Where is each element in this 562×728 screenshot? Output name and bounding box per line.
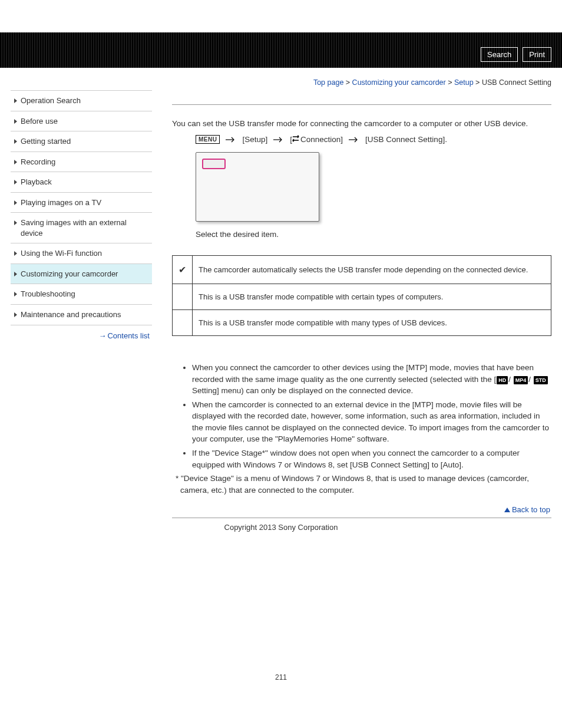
format-badge-std: STD bbox=[534, 376, 548, 384]
section-rule bbox=[172, 104, 551, 105]
main-content: You can set the USB transfer mode for co… bbox=[152, 87, 562, 518]
sidebar-item-operation-search[interactable]: Operation Search bbox=[11, 91, 152, 111]
breadcrumb-current: USB Connect Setting bbox=[482, 78, 551, 87]
option-desc: This is a USB transfer mode compatible w… bbox=[193, 310, 551, 336]
note-item: If the "Device Stage*" window does not o… bbox=[192, 447, 551, 470]
arrow-right-icon: → bbox=[98, 331, 105, 340]
sidebar-item-customizing[interactable]: Customizing your camcorder bbox=[11, 264, 152, 285]
sidebar-item-recording[interactable]: Recording bbox=[11, 152, 152, 173]
options-table: ✔ The camcorder automatically selects th… bbox=[172, 255, 551, 336]
print-button[interactable]: Print bbox=[523, 47, 551, 62]
caret-icon bbox=[14, 251, 17, 256]
caret-icon bbox=[14, 98, 17, 103]
sidebar-item-label: Getting started bbox=[21, 136, 71, 147]
format-badge-hd: HD bbox=[497, 376, 508, 384]
sidebar-item-label: Playing images on a TV bbox=[21, 197, 101, 208]
contents-list-link[interactable]: Contents list bbox=[107, 331, 150, 340]
sidebar-item-label: Playback bbox=[21, 177, 52, 187]
menu-button-icon: MENU bbox=[196, 135, 220, 144]
option-desc: The camcorder automatically selects the … bbox=[193, 256, 551, 284]
camcorder-screenshot bbox=[196, 152, 319, 222]
option-mark bbox=[173, 310, 193, 336]
copyright-text: Copyright 2013 Sony Corporation bbox=[0, 518, 562, 543]
table-row: ✔ The camcorder automatically selects th… bbox=[173, 256, 551, 284]
sidebar-item-label: Customizing your camcorder bbox=[21, 269, 118, 279]
option-mark: ✔ bbox=[173, 256, 193, 284]
sidebar-item-maintenance[interactable]: Maintenance and precautions bbox=[11, 305, 152, 325]
caret-icon bbox=[14, 220, 17, 225]
sidebar-item-saving-external[interactable]: Saving images with an external device bbox=[11, 213, 152, 243]
sidebar-item-getting-started[interactable]: Getting started bbox=[11, 131, 152, 152]
table-row: This is a USB transfer mode compatible w… bbox=[173, 310, 551, 336]
option-mark bbox=[173, 284, 193, 310]
breadcrumb-cat1[interactable]: Customizing your camcorder bbox=[352, 78, 446, 87]
table-row: This is a USB transfer mode compatible w… bbox=[173, 284, 551, 310]
path-setup: [Setup] bbox=[242, 135, 267, 144]
sidebar-item-troubleshooting[interactable]: Troubleshooting bbox=[11, 284, 152, 305]
caret-icon bbox=[14, 200, 17, 205]
back-to-top-link[interactable]: Back to top bbox=[512, 505, 550, 514]
connection-icon bbox=[292, 135, 300, 142]
note-asterisk: * "Device Stage" is a menu of Windows 7 … bbox=[172, 473, 551, 496]
search-button[interactable]: Search bbox=[481, 47, 518, 62]
breadcrumb-cat2[interactable]: Setup bbox=[454, 78, 474, 87]
caret-icon bbox=[14, 272, 17, 276]
notes-section: When you connect the camcorder to other … bbox=[172, 362, 551, 496]
arrow-icon bbox=[349, 137, 359, 143]
sidebar-item-before-use[interactable]: Before use bbox=[11, 111, 152, 132]
select-instruction: Select the desired item. bbox=[196, 230, 551, 239]
caret-icon bbox=[14, 312, 17, 317]
triangle-up-icon bbox=[504, 508, 510, 512]
option-desc: This is a USB transfer mode compatible w… bbox=[193, 284, 551, 310]
caret-icon bbox=[14, 292, 17, 297]
path-setting: [USB Connect Setting]. bbox=[365, 135, 447, 144]
sidebar-item-label: Saving images with an external device bbox=[21, 218, 148, 238]
intro-text: You can set the USB transfer mode for co… bbox=[172, 119, 551, 128]
page-number: 211 bbox=[0, 543, 562, 681]
footer-rule bbox=[172, 518, 551, 518]
breadcrumb: Top page > Customizing your camcorder > … bbox=[0, 68, 562, 87]
caret-icon bbox=[14, 180, 17, 185]
path-connection: [Connection] bbox=[290, 135, 343, 144]
sidebar: Operation Search Before use Getting star… bbox=[0, 87, 152, 340]
caret-icon bbox=[14, 139, 17, 144]
sidebar-item-label: Before use bbox=[21, 116, 58, 127]
header-banner: Search Print bbox=[0, 32, 562, 68]
sidebar-item-playback[interactable]: Playback bbox=[11, 172, 152, 193]
sidebar-item-label: Troubleshooting bbox=[21, 289, 75, 299]
sidebar-item-label: Operation Search bbox=[21, 95, 81, 106]
sidebar-item-label: Using the Wi-Fi function bbox=[21, 248, 102, 259]
arrow-icon bbox=[273, 137, 284, 143]
sidebar-item-label: Recording bbox=[21, 157, 55, 167]
breadcrumb-top[interactable]: Top page bbox=[313, 78, 343, 87]
sidebar-item-label: Maintenance and precautions bbox=[21, 309, 121, 320]
sidebar-item-playing-tv[interactable]: Playing images on a TV bbox=[11, 193, 152, 213]
format-badge-mp4: MP4 bbox=[514, 376, 528, 384]
menu-path: MENU [Setup] [Connection] [USB Connect S… bbox=[196, 135, 551, 144]
caret-icon bbox=[14, 160, 17, 164]
sidebar-item-wifi[interactable]: Using the Wi-Fi function bbox=[11, 243, 152, 264]
note-item: When the camcorder is connected to an ex… bbox=[192, 399, 551, 445]
caret-icon bbox=[14, 119, 17, 124]
arrow-icon bbox=[226, 137, 236, 143]
note-item: When you connect the camcorder to other … bbox=[192, 362, 551, 397]
